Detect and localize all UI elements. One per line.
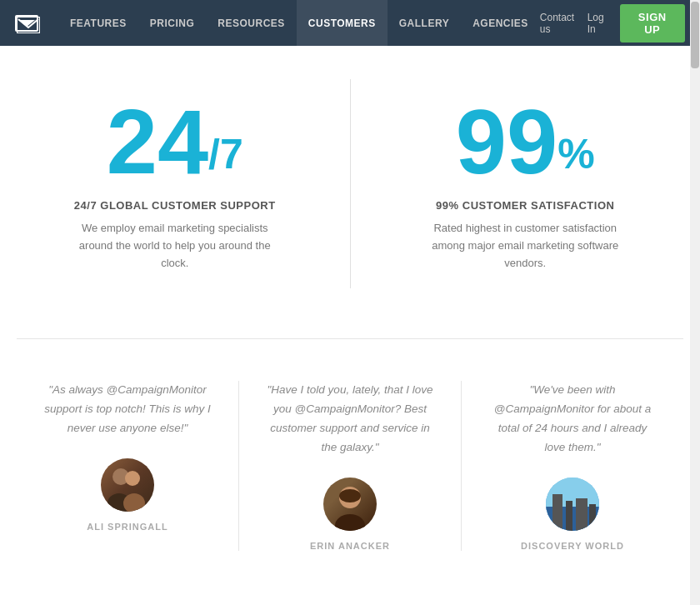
nav-customers[interactable]: CUSTOMERS [297,0,388,46]
navigation: FEATURES PRICING RESOURCES CUSTOMERS GAL… [0,0,700,46]
testimonial-name-discovery: DISCOVERY WORLD [487,541,658,551]
stat-title-satisfaction: 99% CUSTOMER SATISFACTION [401,199,651,212]
svg-point-2 [125,471,140,486]
scrollbar-track[interactable] [690,0,700,584]
testimonial-erin: "Have I told you, lately, that I love yo… [239,381,462,551]
signup-button[interactable]: SIGN UP [620,4,685,42]
logo-icon [15,15,38,32]
login-link[interactable]: Log In [588,12,608,35]
testimonials-section: "As always @CampaignMonitor support is t… [0,339,700,584]
svg-rect-12 [576,498,588,531]
svg-rect-13 [589,504,596,531]
testimonial-quote-erin: "Have I told you, lately, that I love yo… [264,381,436,458]
avatar-image-ali [101,458,154,512]
nav-resources[interactable]: RESOURCES [206,0,297,46]
svg-rect-0 [17,17,40,33]
stat-title-support: 24/7 GLOBAL CUSTOMER SUPPORT [50,199,300,212]
testimonial-name-erin: ERIN ANACKER [264,541,436,551]
avatar-image-discovery [546,478,599,531]
stat-number-support: 24/7 [50,96,300,188]
nav-features[interactable]: FEATURES [58,0,138,46]
testimonial-name-ali: ALI SPRINGALL [42,522,213,532]
contact-link[interactable]: Contact us [540,12,576,35]
svg-rect-10 [552,494,562,531]
logo[interactable] [15,15,38,32]
avatar-discovery [546,478,599,531]
nav-links: FEATURES PRICING RESOURCES CUSTOMERS GAL… [58,0,540,46]
svg-point-6 [335,514,365,531]
svg-rect-11 [566,501,572,531]
nav-agencies[interactable]: AGENCIES [461,0,540,46]
stats-section: 24/7 24/7 GLOBAL CUSTOMER SUPPORT We emp… [0,46,700,338]
scrollbar-thumb[interactable] [691,2,699,68]
stat-block-support: 24/7 24/7 GLOBAL CUSTOMER SUPPORT We emp… [0,79,351,288]
testimonial-quote-ali: "As always @CampaignMonitor support is t… [42,381,213,438]
nav-pricing[interactable]: PRICING [138,0,207,46]
testimonial-ali: "As always @CampaignMonitor support is t… [17,381,239,551]
stat-desc-support: We employ email marketing specialists ar… [75,220,275,272]
avatar-image-erin [323,478,377,531]
testimonial-quote-discovery: "We've been with @CampaignMonitor for ab… [487,381,658,458]
avatar-ali [101,458,154,512]
testimonial-discovery: "We've been with @CampaignMonitor for ab… [462,381,683,551]
nav-gallery[interactable]: GALLERY [388,0,461,46]
nav-right: Contact us Log In SIGN UP [540,4,685,42]
stat-block-satisfaction: 99% 99% CUSTOMER SATISFACTION Rated high… [351,79,701,288]
stat-number-satisfaction: 99% [401,96,651,188]
svg-point-7 [339,489,361,502]
avatar-erin [323,478,377,531]
stat-desc-satisfaction: Rated highest in customer satisfaction a… [425,220,625,272]
